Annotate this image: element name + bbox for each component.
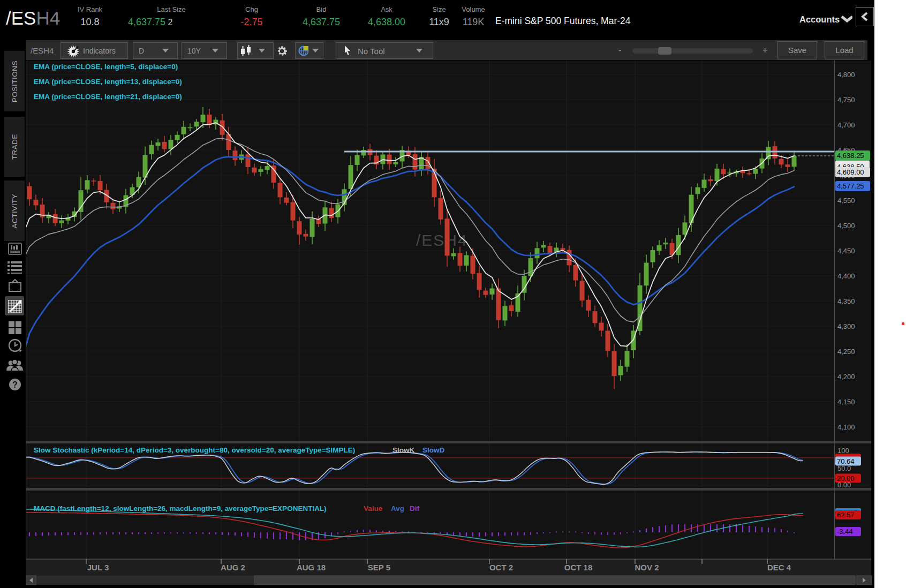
svg-text:100: 100 — [837, 447, 849, 455]
svg-text:EMA (price=CLOSE, length=13, d: EMA (price=CLOSE, length=13, displace=0) — [34, 78, 182, 86]
svg-text:SlowK: SlowK — [392, 446, 415, 454]
svg-text:OCT 2: OCT 2 — [489, 563, 513, 572]
svg-text:4,100: 4,100 — [837, 423, 855, 431]
svg-text:SlowD: SlowD — [422, 446, 445, 454]
svg-text:/ESH4: /ESH4 — [416, 231, 468, 249]
svg-text:MACD (fastLength=12, slowLengt: MACD (fastLength=12, slowLength=26, macd… — [34, 504, 327, 512]
svg-text:4,550: 4,550 — [837, 197, 855, 205]
svg-text:0.00: 0.00 — [837, 481, 851, 489]
svg-text:SEP 5: SEP 5 — [368, 563, 390, 572]
svg-text:Dif: Dif — [410, 504, 420, 512]
svg-text:4,800: 4,800 — [837, 71, 855, 79]
svg-text:AUG 18: AUG 18 — [297, 563, 326, 572]
svg-text:4,638.25: 4,638.25 — [837, 152, 864, 160]
svg-text:4,150: 4,150 — [837, 398, 855, 406]
svg-text:4,350: 4,350 — [837, 297, 855, 305]
svg-text:?: ? — [12, 380, 18, 389]
svg-text:DEC 4: DEC 4 — [767, 563, 791, 572]
svg-text:NOV 2: NOV 2 — [635, 563, 659, 572]
svg-text:4,250: 4,250 — [837, 348, 855, 356]
svg-text:4,750: 4,750 — [837, 96, 855, 104]
svg-text:Avg: Avg — [391, 504, 404, 512]
svg-text:4,577.25: 4,577.25 — [837, 182, 864, 190]
svg-text:AUG 2: AUG 2 — [221, 563, 245, 572]
svg-text:62.57: 62.57 — [837, 511, 855, 519]
svg-text:JUL 3: JUL 3 — [87, 563, 109, 572]
svg-text:4,609.00: 4,609.00 — [837, 168, 864, 176]
svg-text:4,450: 4,450 — [837, 247, 855, 255]
svg-text:-3.44: -3.44 — [837, 527, 853, 536]
svg-text:4,300: 4,300 — [837, 322, 855, 330]
svg-text:4,500: 4,500 — [837, 222, 855, 230]
svg-text:EMA (price=CLOSE, length=21, d: EMA (price=CLOSE, length=21, displace=0) — [34, 93, 182, 101]
svg-text:4,200: 4,200 — [837, 373, 855, 381]
svg-text:50.0: 50.0 — [837, 464, 851, 472]
svg-text:Value: Value — [364, 504, 383, 512]
svg-text:Slow Stochastic (kPeriod=14, d: Slow Stochastic (kPeriod=14, dPeriod=3, … — [34, 446, 355, 454]
svg-text:4,700: 4,700 — [837, 121, 855, 129]
svg-text:EMA (price=CLOSE, length=5, di: EMA (price=CLOSE, length=5, displace=0) — [34, 63, 178, 71]
svg-text:4,400: 4,400 — [837, 272, 855, 280]
svg-text:OCT 18: OCT 18 — [564, 563, 593, 572]
